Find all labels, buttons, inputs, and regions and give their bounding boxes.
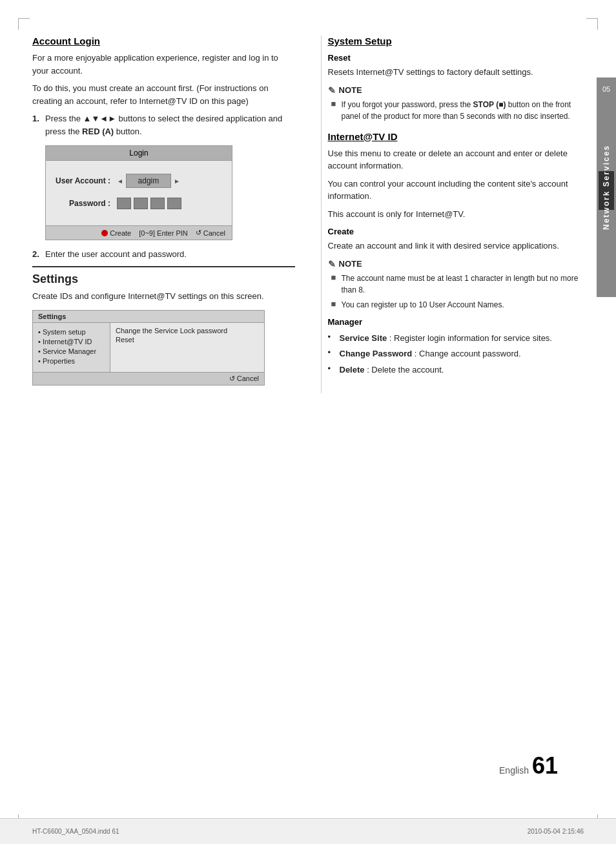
- bullet-text-service-site: Service Site : Register login informatio…: [340, 332, 553, 345]
- account-login-para2: To do this, you must create an account f…: [32, 82, 295, 107]
- create-heading: Create: [328, 227, 591, 236]
- login-user-value: adgim: [126, 174, 171, 188]
- manager-heading: Manager: [328, 317, 591, 327]
- side-tab-number: 05: [602, 85, 610, 93]
- footer-create-btn: Create: [101, 229, 131, 237]
- bottom-left-text: HT-C6600_XAA_0504.indd 61: [32, 828, 119, 835]
- reset-description: Resets Internet@TV settings to factory d…: [328, 66, 591, 79]
- settings-menu-item-1: • System setup: [38, 328, 105, 336]
- step1-number: 1.: [32, 112, 45, 138]
- note-icon-1: ✎: [328, 85, 336, 96]
- login-user-label: User Account :: [56, 176, 117, 185]
- page-number-area: English 61: [499, 754, 558, 777]
- bullet-item-delete: • Delete : Delete the account.: [328, 364, 591, 376]
- settings-menu-item-3: • Service Manager: [38, 347, 105, 355]
- login-box-body: User Account : ◄ adgim ► Password :: [46, 161, 232, 225]
- internet-tv-id-heading: Internet@TV ID: [328, 131, 591, 142]
- left-column: Account Login For a more enjoyable appli…: [32, 36, 302, 393]
- account-login-section: Account Login For a more enjoyable appli…: [32, 36, 295, 261]
- footer-cancel-label: Cancel: [203, 229, 225, 237]
- note-bullet-2: ■: [331, 273, 338, 296]
- note-header-1: ✎ NOTE: [328, 85, 591, 96]
- step2: 2. Enter the user account and password.: [32, 248, 295, 261]
- create-subsection: Create Create an account and link it wit…: [328, 227, 591, 252]
- footer-cancel-btn: ↺ Cancel: [196, 229, 225, 237]
- settings-menu-item-2: • Internet@TV ID: [38, 338, 105, 345]
- internet-tv-para2: You can control your account including t…: [328, 178, 591, 203]
- note-text-3: You can register up to 10 User Account N…: [342, 299, 504, 311]
- settings-description: Create IDs and configure Internet@TV set…: [32, 290, 295, 303]
- settings-menu-item-4: • Properties: [38, 357, 105, 365]
- note-text-1: If you forgot your password, press the S…: [342, 99, 591, 122]
- password-blocks: [117, 198, 181, 209]
- page-language-label: English: [499, 765, 529, 776]
- note-item-2: ■ The account name must be at least 1 ch…: [328, 273, 591, 296]
- settings-footer: ↺ Cancel: [33, 372, 264, 385]
- delete-bold: Delete: [340, 365, 365, 375]
- internet-tv-note: ✎ NOTE ■ The account name must be at lea…: [328, 259, 591, 311]
- pw-block-3: [150, 198, 165, 209]
- corner-mark-tr: [586, 18, 598, 30]
- reset-heading: Reset: [328, 53, 591, 63]
- two-column-layout: Account Login For a more enjoyable appli…: [32, 36, 590, 393]
- bottom-right-text: 2010-05-04 2:15:46: [528, 828, 584, 835]
- corner-mark-tl: [18, 18, 30, 30]
- settings-section: Settings Create IDs and configure Intern…: [32, 266, 295, 386]
- settings-box-title: Settings: [33, 311, 264, 323]
- note-label-2: NOTE: [339, 259, 362, 269]
- bullet-item-service-site: • Service Site : Register login informat…: [328, 332, 591, 345]
- step1-red-a: RED (A): [82, 127, 114, 136]
- bullet-dot-1: •: [328, 332, 336, 345]
- arrow-right-icon: ►: [174, 178, 180, 185]
- create-description: Create an account and link it with desir…: [328, 240, 591, 252]
- bullet-dot-2: •: [328, 347, 336, 360]
- note-label-1: NOTE: [339, 85, 362, 95]
- internet-tv-id-section: Internet@TV ID Use this menu to create o…: [328, 131, 591, 376]
- note-item-3: ■ You can register up to 10 User Account…: [328, 299, 591, 311]
- account-login-para1: For a more enjoyable application experie…: [32, 52, 295, 77]
- right-column: System Setup Reset Resets Internet@TV se…: [321, 36, 591, 393]
- settings-box-body: • System setup • Internet@TV ID • Servic…: [33, 323, 264, 372]
- manager-subsection: Manager • Service Site : Register login …: [328, 317, 591, 376]
- step2-number: 2.: [32, 248, 45, 261]
- footer-create-label: Create: [110, 229, 131, 237]
- side-tab-label: Network Services: [602, 145, 611, 230]
- bullet-text-delete: Delete : Delete the account.: [340, 364, 444, 376]
- system-setup-heading: System Setup: [328, 36, 591, 46]
- settings-content-item-2: Reset: [116, 336, 259, 344]
- footer-pin-btn: [0~9] Enter PIN: [139, 229, 188, 237]
- login-box: Login User Account : ◄ adgim ► Password …: [45, 145, 232, 240]
- change-password-bold: Change Password: [340, 349, 413, 358]
- footer-pin-label: [0~9] Enter PIN: [139, 229, 188, 237]
- note-icon-2: ✎: [328, 259, 336, 269]
- step2-text: Enter the user account and password.: [45, 248, 295, 261]
- settings-content-item-1: Change the Service Lock password: [116, 327, 259, 335]
- page-number: 61: [532, 754, 558, 777]
- main-content: Account Login For a more enjoyable appli…: [32, 36, 590, 808]
- step1: 1. Press the ▲▼◄► buttons to select the …: [32, 112, 295, 138]
- system-setup-section: System Setup Reset Resets Internet@TV se…: [328, 36, 591, 122]
- bullet-text-change-password: Change Password : Change account passwor…: [340, 347, 521, 360]
- login-password-row: Password :: [56, 198, 222, 209]
- internet-tv-para3: This account is only for Internet@TV.: [328, 208, 591, 221]
- settings-box: Settings • System setup • Internet@TV ID…: [32, 310, 265, 386]
- login-user-field: ◄ adgim ►: [117, 174, 180, 188]
- pw-block-1: [117, 198, 131, 209]
- note-bullet-1: ■: [331, 99, 338, 122]
- pw-block-4: [167, 198, 181, 209]
- step1-text: Press the ▲▼◄► buttons to select the des…: [45, 112, 295, 138]
- note-item-1: ■ If you forgot your password, press the…: [328, 99, 591, 122]
- bottom-bar: HT-C6600_XAA_0504.indd 61 2010-05-04 2:1…: [0, 818, 616, 844]
- note-bullet-3: ■: [331, 299, 338, 311]
- service-site-bold: Service Site: [340, 333, 387, 343]
- arrow-left-icon: ◄: [117, 178, 123, 185]
- reset-subsection: Reset Resets Internet@TV settings to fac…: [328, 53, 591, 79]
- settings-content: Change the Service Lock password Reset: [110, 323, 264, 372]
- pw-block-2: [134, 198, 148, 209]
- bullet-item-change-password: • Change Password : Change account passw…: [328, 347, 591, 360]
- side-tab: 05 Network Services: [597, 77, 616, 297]
- login-box-footer: Create [0~9] Enter PIN ↺ Cancel: [46, 225, 232, 240]
- bullet-dot-3: •: [328, 364, 336, 376]
- login-user-row: User Account : ◄ adgim ►: [56, 174, 222, 188]
- internet-tv-para1: Use this menu to create or delete an acc…: [328, 147, 591, 172]
